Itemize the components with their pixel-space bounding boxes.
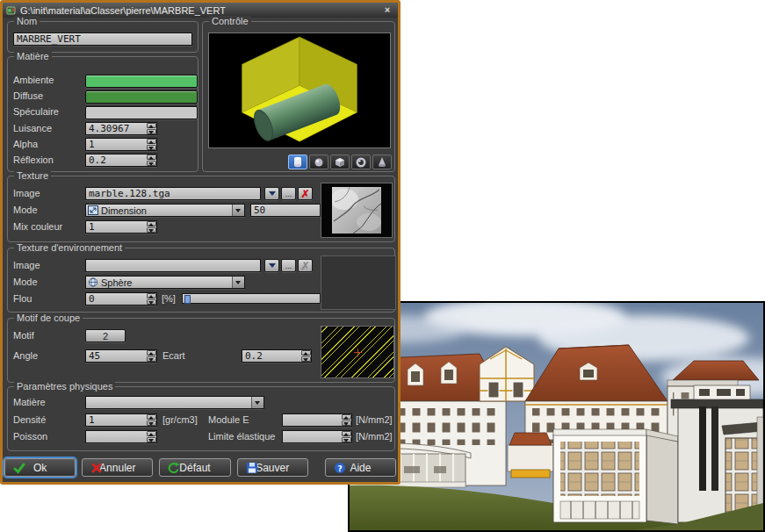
env-image-input[interactable] [85, 259, 261, 272]
chevron-down-icon[interactable] [232, 205, 244, 216]
spin-down-icon[interactable] [342, 421, 351, 426]
ok-button-label: Ok [33, 462, 47, 474]
angle-label: Angle [13, 350, 38, 361]
dimension-icon [88, 205, 98, 215]
limite-elastique-unit: [N/mm2] [356, 431, 393, 442]
sauver-button-label: Sauver [256, 462, 289, 474]
spin-up-icon[interactable] [147, 221, 156, 226]
env-image-label: Image [13, 260, 40, 270]
spin-down-icon[interactable] [147, 145, 156, 150]
sphere-icon[interactable] [309, 155, 328, 169]
browse-button[interactable]: ... [281, 259, 296, 272]
group-environment-legend: Texture d'environnement [14, 242, 125, 253]
annuler-button-label: Annuler [99, 462, 135, 474]
spin-up-icon[interactable] [301, 350, 311, 356]
diffuse-label: Diffuse [13, 90, 43, 101]
spin-up-icon[interactable] [147, 155, 156, 160]
material-3d-preview[interactable] [208, 32, 391, 148]
group-nom-legend: Nom [14, 16, 40, 26]
ambiente-label: Ambiente [13, 75, 54, 85]
ecart-label: Ecart [162, 350, 185, 361]
physique-matiere-select[interactable] [85, 396, 264, 409]
slider-handle[interactable] [184, 295, 191, 304]
aide-button[interactable]: ? Aide [325, 458, 396, 477]
motif-pattern-button[interactable]: 2 [85, 329, 126, 342]
material-editor-dialog: G:\init\material\aClasser\pierre\MARBRE_… [0, 0, 401, 485]
chevron-down-icon[interactable] [264, 187, 279, 200]
env-mode-select[interactable]: Sphère [85, 276, 245, 289]
poisson-label: Poisson [13, 431, 47, 442]
flou-unit-label: [%] [162, 293, 176, 304]
globe-icon [88, 277, 98, 287]
cube-icon[interactable] [330, 155, 350, 169]
spin-down-icon[interactable] [342, 437, 351, 442]
texture-thumbnail [321, 183, 393, 238]
spin-up-icon[interactable] [147, 139, 156, 144]
texture-dimension-input[interactable] [250, 204, 321, 217]
physique-matiere-label: Matière [13, 397, 46, 407]
spin-down-icon[interactable] [147, 129, 156, 134]
texture-mode-value: Dimension [101, 205, 147, 216]
ok-button[interactable]: Ok [4, 458, 76, 477]
group-texture-legend: Texture [14, 170, 51, 181]
svg-text:?: ? [337, 464, 342, 473]
angle-stepper [85, 349, 157, 363]
ambiente-color-swatch[interactable] [85, 75, 198, 88]
alpha-stepper [85, 138, 157, 151]
texture-mode-select[interactable]: Dimension [85, 204, 245, 217]
module-e-unit: [N/mm2] [356, 414, 393, 425]
env-thumbnail-empty [321, 255, 396, 310]
flou-slider[interactable] [182, 293, 321, 304]
browse-button[interactable]: ... [281, 187, 296, 200]
spin-down-icon[interactable] [147, 421, 156, 426]
group-motif: Motif de coupe Motif 2 Angle Ecart [7, 318, 395, 383]
luisance-label: Luisance [13, 123, 52, 133]
speculaire-color-swatch[interactable] [85, 106, 198, 119]
chevron-down-icon[interactable] [232, 277, 244, 288]
group-controle: Contrôle [202, 21, 395, 172]
group-texture: Texture Image ... ✗ [7, 176, 395, 242]
spin-down-icon[interactable] [147, 437, 156, 442]
dialog-titlebar[interactable]: G:\init\material\aClasser\pierre\MARBRE_… [3, 3, 398, 18]
check-icon [13, 462, 25, 474]
texture-image-label: Image [13, 188, 40, 198]
defaut-button[interactable]: Défaut [159, 458, 230, 477]
group-environment: Texture d'environnement Image ... ✗ Mode… [7, 248, 395, 313]
close-icon[interactable]: × [380, 4, 394, 17]
spin-up-icon[interactable] [147, 431, 156, 436]
spin-down-icon[interactable] [147, 299, 156, 305]
annuler-button[interactable]: Annuler [82, 458, 153, 477]
poisson-stepper [85, 430, 157, 443]
delete-cross-icon[interactable]: ✗ [298, 187, 313, 200]
spin-up-icon[interactable] [342, 431, 351, 436]
limite-elastique-stepper [282, 430, 352, 443]
densite-stepper [85, 413, 157, 427]
texture-image-input[interactable] [85, 187, 261, 200]
torus-icon[interactable] [351, 155, 371, 169]
spin-down-icon[interactable] [301, 356, 311, 362]
spin-up-icon[interactable] [147, 350, 156, 356]
spin-down-icon[interactable] [147, 227, 156, 233]
recycle-icon [168, 462, 180, 474]
name-input[interactable] [13, 32, 192, 46]
sauver-button[interactable]: Sauver [237, 458, 308, 477]
diffuse-color-swatch[interactable] [85, 90, 198, 104]
chevron-down-icon[interactable] [251, 397, 263, 408]
spin-down-icon[interactable] [147, 161, 156, 166]
render-viewport[interactable] [348, 301, 765, 532]
spin-down-icon[interactable] [147, 356, 156, 362]
cone-icon[interactable] [372, 155, 392, 169]
floppy-icon [246, 462, 258, 474]
hatch-origin-cross-icon [354, 349, 362, 356]
mix-couleur-label: Mix couleur [13, 221, 62, 232]
spin-up-icon[interactable] [342, 414, 351, 420]
marble-thumbnail-image [332, 187, 381, 234]
densite-unit: [gr/cm3] [162, 414, 198, 425]
cylinder-icon[interactable] [288, 155, 307, 169]
spin-up-icon[interactable] [147, 293, 156, 298]
chevron-down-icon[interactable] [264, 259, 279, 272]
spin-up-icon[interactable] [147, 123, 156, 128]
group-matiere: Matière Ambiente Diffuse Spéculaire Luis… [7, 56, 198, 172]
luisance-stepper [85, 122, 157, 135]
spin-up-icon[interactable] [147, 414, 156, 420]
